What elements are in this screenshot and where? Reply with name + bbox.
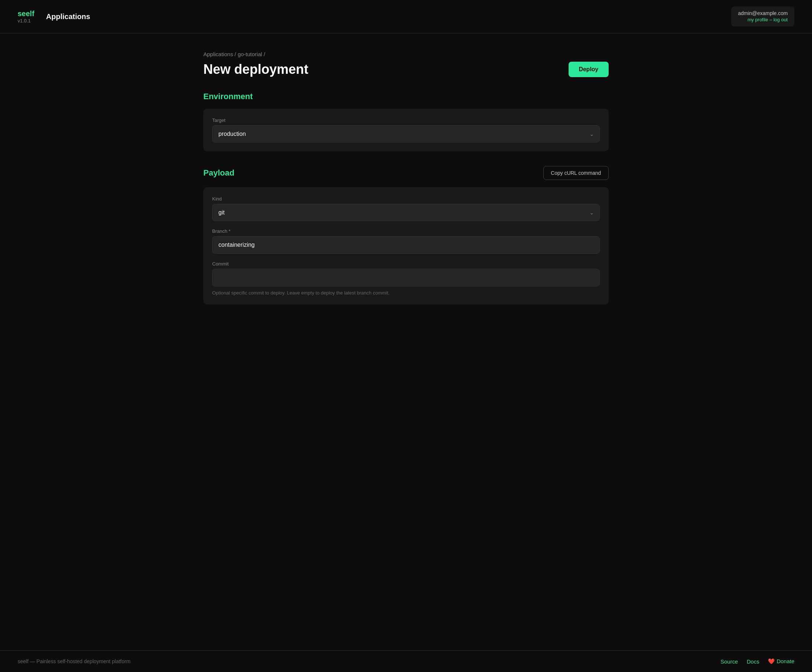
heart-icon: ❤️ — [768, 658, 775, 664]
commit-label: Commit — [212, 261, 600, 267]
header: seelf v1.0.1 Applications admin@example.… — [0, 0, 812, 33]
user-email: admin@example.com — [738, 10, 788, 16]
commit-field: Commit Optional specific commit to deplo… — [212, 261, 600, 296]
footer-links: Source Docs ❤️ Donate — [721, 658, 794, 665]
branch-required-indicator: * — [229, 228, 230, 234]
donate-label: Donate — [777, 658, 794, 664]
breadcrumb-applications[interactable]: Applications — [203, 51, 233, 57]
kind-select[interactable]: git archive raw — [212, 204, 600, 221]
target-field: Target production staging development ⌄ — [212, 118, 600, 142]
environment-card: Target production staging development ⌄ — [203, 109, 609, 151]
user-menu: admin@example.com my profile – log out — [731, 7, 794, 26]
payload-section: Payload Copy cURL command Kind git archi… — [203, 166, 609, 304]
payload-card: Kind git archive raw ⌄ Branch * — [203, 187, 609, 304]
commit-input[interactable] — [212, 269, 600, 286]
target-select-wrapper: production staging development ⌄ — [212, 125, 600, 142]
payload-section-title: Payload — [203, 168, 234, 178]
breadcrumb-go-tutorial[interactable]: go-tutorial — [237, 51, 262, 57]
brand-version: v1.0.1 — [18, 18, 34, 24]
breadcrumb: Applications / go-tutorial / — [203, 51, 609, 57]
environment-section-title: Environment — [203, 92, 252, 101]
my-profile-link[interactable]: my profile — [747, 17, 768, 22]
environment-section-header: Environment — [203, 92, 609, 101]
brand-block: seelf v1.0.1 — [18, 9, 34, 24]
target-label: Target — [212, 118, 600, 123]
donate-link[interactable]: ❤️ Donate — [768, 658, 794, 665]
footer: seelf — Painless self-hosted deployment … — [0, 650, 812, 672]
page-title: New deployment — [203, 62, 308, 77]
logout-link[interactable]: log out — [773, 17, 788, 22]
payload-section-header: Payload Copy cURL command — [203, 166, 609, 180]
branch-field: Branch * — [212, 228, 600, 254]
environment-section: Environment Target production staging de… — [203, 92, 609, 151]
source-link[interactable]: Source — [721, 658, 738, 665]
kind-field: Kind git archive raw ⌄ — [212, 196, 600, 221]
brand-name: seelf — [18, 9, 34, 18]
branch-label: Branch * — [212, 228, 600, 234]
kind-label: Kind — [212, 196, 600, 202]
copy-curl-button[interactable]: Copy cURL command — [543, 166, 609, 180]
header-left: seelf v1.0.1 Applications — [18, 9, 90, 24]
deploy-button[interactable]: Deploy — [569, 62, 609, 77]
docs-link[interactable]: Docs — [747, 658, 759, 665]
branch-input[interactable] — [212, 236, 600, 254]
user-links: my profile – log out — [747, 17, 788, 22]
nav-title: Applications — [46, 12, 90, 21]
commit-hint: Optional specific commit to deploy. Leav… — [212, 290, 600, 296]
footer-tagline: seelf — Painless self-hosted deployment … — [18, 658, 130, 664]
kind-select-wrapper: git archive raw ⌄ — [212, 204, 600, 221]
page-header: New deployment Deploy — [203, 62, 609, 77]
target-select[interactable]: production staging development — [212, 125, 600, 142]
main-content: Applications / go-tutorial / New deploym… — [186, 33, 626, 650]
